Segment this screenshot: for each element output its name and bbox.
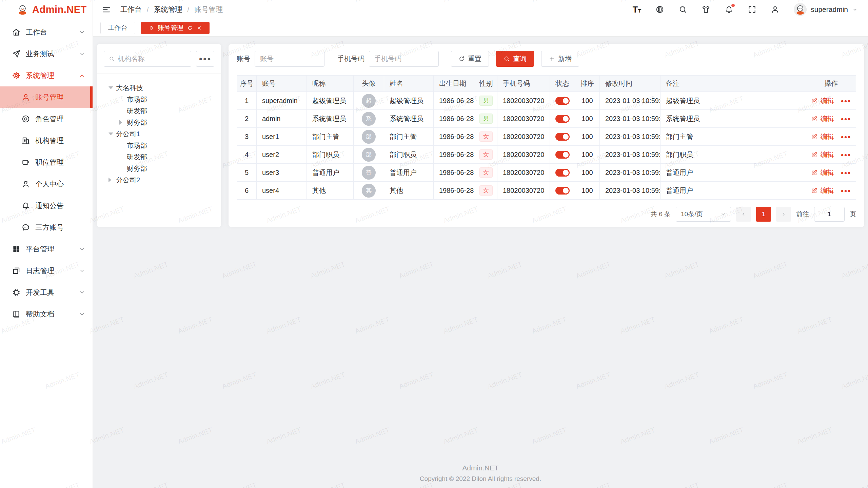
cell-birthday: 1986-06-28 bbox=[439, 97, 474, 104]
edit-button[interactable]: 编辑 bbox=[811, 186, 834, 195]
tree-more-button[interactable]: ●●● bbox=[196, 51, 214, 67]
add-button[interactable]: 新增 bbox=[541, 51, 579, 67]
tree-node[interactable]: 分公司2 bbox=[104, 174, 214, 186]
menu-collapse-icon[interactable] bbox=[102, 5, 111, 14]
status-toggle[interactable] bbox=[555, 97, 570, 105]
cell-name: 普通用户 bbox=[390, 169, 417, 176]
tree-node[interactable]: 研发部 bbox=[104, 105, 214, 117]
sidebar-subitem[interactable]: 角色管理 bbox=[0, 108, 93, 130]
more-actions-button[interactable]: ●●● bbox=[841, 134, 851, 140]
column-header: 账号 bbox=[257, 76, 307, 92]
tab-workbench[interactable]: 工作台 bbox=[100, 22, 135, 34]
query-form: 账号 手机号码 重置 查询 新增 bbox=[237, 51, 856, 67]
tab-account-management[interactable]: 账号管理 bbox=[141, 22, 210, 34]
sidebar-subitem[interactable]: 三方账号 bbox=[0, 217, 93, 238]
avatar: 部 bbox=[362, 148, 376, 162]
sidebar-subitem[interactable]: 职位管理 bbox=[0, 151, 93, 173]
cell-phone: 18020030720 bbox=[503, 115, 544, 122]
logo[interactable]: Admin.NET bbox=[0, 0, 93, 19]
status-toggle[interactable] bbox=[555, 151, 570, 159]
next-page-button[interactable] bbox=[776, 207, 791, 222]
user-profile-icon[interactable] bbox=[771, 5, 780, 14]
notification-bell-icon[interactable] bbox=[725, 5, 733, 14]
add-label: 新增 bbox=[558, 54, 572, 63]
accounts-table: 序号账号昵称头像姓名出生日期性别手机号码状态排序修改时间备注操作 1supera… bbox=[237, 75, 856, 200]
prev-page-button[interactable] bbox=[736, 207, 751, 222]
tabs-bar: 工作台 账号管理 bbox=[93, 19, 868, 37]
status-toggle[interactable] bbox=[555, 187, 570, 195]
column-header: 操作 bbox=[806, 76, 856, 92]
refresh-tab-icon[interactable] bbox=[187, 25, 193, 31]
edit-label: 编辑 bbox=[820, 150, 834, 159]
sidebar-item[interactable]: 工作台 bbox=[0, 21, 93, 43]
cell-index: 4 bbox=[245, 151, 249, 158]
status-toggle[interactable] bbox=[555, 115, 570, 123]
page-size-select[interactable]: 10条/页 bbox=[676, 207, 731, 222]
org-search-input[interactable] bbox=[118, 55, 186, 63]
chevron-down-icon bbox=[79, 268, 85, 274]
tree-node[interactable]: 研发部 bbox=[104, 151, 214, 163]
status-toggle[interactable] bbox=[555, 133, 570, 141]
goto-page-input[interactable] bbox=[814, 207, 845, 222]
breadcrumb-item[interactable]: 系统管理 bbox=[154, 5, 182, 14]
cell-modified: 2023-01-03 10:59:44 bbox=[605, 187, 660, 194]
account-input[interactable] bbox=[255, 51, 324, 67]
sidebar-item[interactable]: 系统管理 bbox=[0, 65, 93, 86]
cell-sort: 100 bbox=[581, 97, 593, 104]
breadcrumb-item[interactable]: 工作台 bbox=[120, 5, 142, 14]
edit-icon bbox=[811, 187, 818, 194]
docs-icon bbox=[12, 310, 21, 319]
post-icon bbox=[21, 158, 30, 167]
tree-node-label: 研发部 bbox=[127, 152, 147, 162]
cell-remark: 系统管理员 bbox=[666, 115, 700, 122]
edit-button[interactable]: 编辑 bbox=[811, 132, 834, 141]
tree-node[interactable]: 大名科技 bbox=[104, 82, 214, 94]
more-actions-button[interactable]: ●●● bbox=[841, 188, 851, 194]
cell-account: user4 bbox=[262, 187, 279, 194]
goto-label: 前往 bbox=[796, 210, 809, 219]
language-icon[interactable] bbox=[655, 5, 664, 14]
sidebar-subitem[interactable]: 个人中心 bbox=[0, 173, 93, 195]
sidebar-item[interactable]: 帮助文档 bbox=[0, 303, 93, 325]
sidebar-item-label: 工作台 bbox=[26, 27, 47, 37]
more-actions-button[interactable]: ●●● bbox=[841, 98, 851, 104]
tree-node[interactable]: 分公司1 bbox=[104, 128, 214, 140]
sidebar-item[interactable]: 日志管理 bbox=[0, 260, 93, 282]
sidebar-subitem[interactable]: 机构管理 bbox=[0, 130, 93, 151]
search-icon[interactable] bbox=[678, 5, 687, 14]
theme-skin-icon[interactable] bbox=[702, 5, 710, 14]
status-toggle[interactable] bbox=[555, 169, 570, 177]
edit-button[interactable]: 编辑 bbox=[811, 114, 834, 123]
org-icon bbox=[21, 136, 30, 145]
sidebar-item[interactable]: 开发工具 bbox=[0, 282, 93, 303]
chevron-down-icon bbox=[79, 246, 85, 252]
close-tab-icon[interactable] bbox=[197, 25, 202, 30]
tree-node[interactable]: 市场部 bbox=[104, 140, 214, 151]
sidebar-item[interactable]: 业务测试 bbox=[0, 43, 93, 65]
tree-node-label: 市场部 bbox=[127, 95, 147, 104]
more-actions-button[interactable]: ●●● bbox=[841, 152, 851, 158]
sidebar-item[interactable]: 平台管理 bbox=[0, 238, 93, 260]
font-size-icon[interactable]: TT bbox=[633, 5, 641, 15]
reset-button[interactable]: 重置 bbox=[451, 51, 489, 67]
chevron-down-icon bbox=[79, 311, 85, 317]
tree-node[interactable]: 市场部 bbox=[104, 94, 214, 105]
sidebar-subitem[interactable]: 账号管理 bbox=[0, 86, 93, 108]
user-menu[interactable]: superadmin bbox=[794, 3, 858, 16]
tree-node[interactable]: 财务部 bbox=[104, 163, 214, 174]
edit-button[interactable]: 编辑 bbox=[811, 96, 834, 105]
fullscreen-icon[interactable] bbox=[748, 5, 756, 14]
sidebar-subitem[interactable]: 通知公告 bbox=[0, 195, 93, 217]
chevron-down-icon bbox=[79, 289, 85, 296]
tree-node[interactable]: 财务部 bbox=[104, 117, 214, 128]
avatar: 普 bbox=[362, 166, 376, 180]
more-actions-button[interactable]: ●●● bbox=[841, 116, 851, 122]
more-actions-button[interactable]: ●●● bbox=[841, 170, 851, 176]
edit-button[interactable]: 编辑 bbox=[811, 150, 834, 159]
bell-icon bbox=[21, 201, 30, 210]
current-page-button[interactable]: 1 bbox=[756, 207, 771, 222]
edit-button[interactable]: 编辑 bbox=[811, 168, 834, 177]
search-button[interactable]: 查询 bbox=[496, 51, 534, 67]
sidebar-item-label: 角色管理 bbox=[35, 114, 64, 124]
phone-input[interactable] bbox=[369, 51, 439, 67]
